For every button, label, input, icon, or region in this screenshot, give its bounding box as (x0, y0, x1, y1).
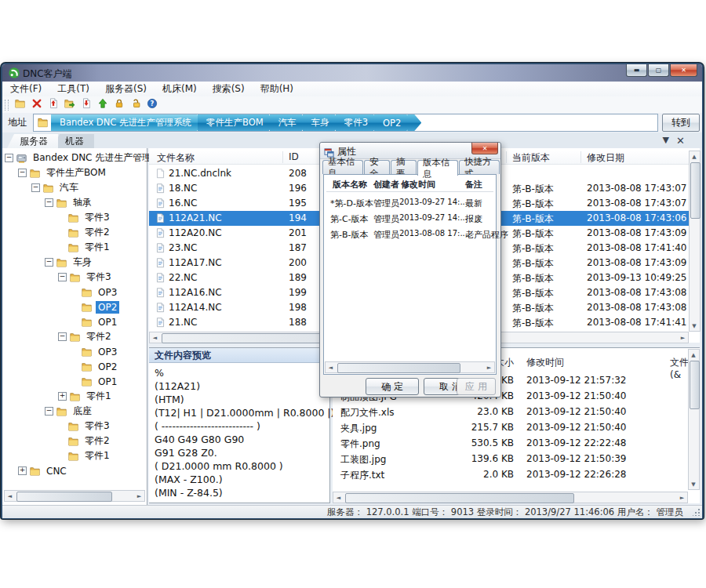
collapse-icon[interactable]: − (18, 169, 27, 177)
version-row-2[interactable]: 第-B-版本管理员2013-08-08 17:...老产品程序 (324, 227, 496, 242)
dialog-tab-4[interactable]: 快捷方式 (459, 160, 500, 174)
menu-item-1[interactable]: 工具(T) (49, 82, 97, 96)
toolbar-lock-button[interactable] (111, 98, 127, 112)
menu-item-5[interactable]: 帮助(H) (253, 82, 301, 96)
view-tab-0[interactable]: 服务器 (7, 134, 58, 148)
tree-node-车身-7[interactable]: −车身 (45, 255, 94, 270)
attachment-row-4[interactable]: 零件.png530.5 KB2013-09-12 22:22:48 (333, 436, 700, 452)
scroll-arrow-right[interactable]: ► (678, 332, 688, 343)
tree-horizontal-scrollbar[interactable]: ◄► (4, 490, 145, 502)
go-button[interactable]: 转到 (662, 114, 700, 132)
tree-node-零件3-18[interactable]: 零件3 (58, 419, 112, 434)
dialog-close-button[interactable]: ✕ (471, 143, 498, 154)
toolbar-download-file-button[interactable] (78, 98, 94, 112)
toolbar-grip[interactable] (5, 100, 9, 111)
collapse-icon[interactable]: − (45, 198, 53, 207)
col-id[interactable]: ID (289, 151, 299, 162)
scroll-arrow-up[interactable]: ▲ (690, 151, 699, 162)
dialog-tab-3[interactable]: 版本信息 (417, 160, 458, 176)
tree-node-轴承-3[interactable]: −轴承 (45, 195, 94, 210)
scroll-arrow-left[interactable]: ◄ (333, 492, 344, 503)
dcol-modified[interactable]: 修改时间 (401, 179, 435, 191)
toolbar-upload-file-button[interactable] (45, 98, 61, 112)
scroll-arrow-right[interactable]: ► (134, 491, 144, 501)
minimize-button[interactable]: ▬ (626, 64, 647, 77)
breadcrumb-segment-0[interactable]: Bandex DNC 先进生产管理系统 (51, 114, 204, 131)
preview-content[interactable]: %(112A21)(HTM)(T12| H1 | D21.0000mm | R0… (149, 363, 329, 499)
tree-node-OP3-9[interactable]: OP3 (71, 285, 119, 299)
scroll-arrow-up[interactable]: ▲ (689, 350, 698, 360)
scroll-arrow-left[interactable]: ◄ (5, 491, 15, 501)
scroll-arrow-left[interactable]: ◄ (326, 362, 336, 372)
dialog-horizontal-scrollbar[interactable]: ◄► (325, 361, 495, 373)
attachment-row-6[interactable]: 子程序.txt2.0 KB2013-09-12 22:26:28 (333, 467, 700, 483)
ok-button[interactable]: 确 定 (366, 378, 419, 395)
toolbar-unlock-button[interactable] (127, 98, 144, 112)
resize-grip[interactable] (693, 509, 700, 516)
tree-node-汽车-2[interactable]: −汽车 (31, 180, 81, 195)
toolbar-help-button[interactable]: ? (144, 98, 160, 112)
col-file-name[interactable]: 文件名称 (157, 151, 195, 165)
scroll-arrow-right[interactable]: ► (677, 492, 687, 503)
menu-item-2[interactable]: 服务器(S) (97, 82, 155, 96)
tree-node-零件3-8[interactable]: −零件3 (58, 270, 114, 285)
collapse-icon[interactable]: − (45, 407, 53, 416)
scroll-arrow-down[interactable]: ▼ (689, 479, 698, 489)
dcol-remark[interactable]: 备注 (465, 179, 482, 191)
tree-node-Bandex DNC 先进生产管理系统-0[interactable]: −Bandex DNC 先进生产管理系统 (5, 151, 173, 165)
scroll-thumb[interactable] (337, 363, 460, 373)
menu-item-4[interactable]: 搜索(S) (205, 82, 253, 96)
dialog-tab-2[interactable]: 摘要 (391, 160, 417, 174)
tree-node-OP1-11[interactable]: OP1 (71, 314, 119, 329)
tree-node-零件1-20[interactable]: 零件1 (58, 448, 112, 463)
scroll-arrow-right[interactable]: ► (484, 362, 494, 372)
close-button[interactable]: ✕ (670, 64, 697, 77)
dcol-creator[interactable]: 创建者 (373, 179, 399, 191)
tree-node-零件2-5[interactable]: 零件2 (58, 225, 112, 240)
tree-node-OP2-10[interactable]: OP2 (71, 299, 119, 314)
tree-node-OP1-15[interactable]: OP1 (71, 374, 119, 389)
dialog-tab-1[interactable]: 安全 (364, 160, 390, 174)
tab-dropdown-icon[interactable]: ▼ (663, 135, 669, 145)
toolbar-delete-button[interactable] (28, 98, 45, 112)
attachment-row-5[interactable]: 工装图.jpg139.6 KB2013-09-12 21:50:39 (333, 452, 700, 467)
dcol-version-name[interactable]: 版本名称 (333, 179, 367, 191)
attachment-row-3[interactable]: 夹具.jpg215.7 KB2013-09-12 21:50:40 (333, 420, 700, 436)
collapse-icon[interactable]: − (5, 154, 13, 162)
scroll-arrow-down[interactable]: ▼ (690, 321, 699, 331)
title-bar[interactable]: DNC客户端 ▬ ▢ ✕ (2, 64, 702, 82)
toolbar-upload-button[interactable] (94, 98, 111, 112)
tree-node-零件生产BOM-1[interactable]: −零件生产BOM (18, 165, 108, 180)
attachments-vertical-scrollbar[interactable]: ▲▼ (688, 349, 700, 490)
tree-node-OP3-13[interactable]: OP3 (71, 344, 119, 359)
address-field[interactable]: Bandex DNC 先进生产管理系统零件生产BOM汽车车身零件3OP2 (33, 114, 658, 132)
tree-node-底座-17[interactable]: −底座 (45, 404, 94, 419)
scroll-thumb[interactable] (16, 492, 112, 502)
scroll-thumb[interactable] (345, 493, 574, 503)
toolbar-new-folder-button[interactable] (12, 98, 28, 112)
tree-node-零件2-12[interactable]: −零件2 (58, 329, 114, 344)
tree-node-CNC-21[interactable]: +CNC (18, 463, 69, 478)
menu-item-0[interactable]: 文件(F) (2, 82, 49, 96)
maximize-button[interactable]: ▢ (648, 64, 669, 77)
tree-node-零件1-6[interactable]: 零件1 (58, 240, 112, 255)
tree-node-零件3-4[interactable]: 零件3 (58, 210, 112, 225)
version-row-1[interactable]: 第-C-版本管理员2013-09-27 14:...报废 (324, 211, 496, 227)
scroll-thumb[interactable] (690, 162, 701, 219)
breadcrumb-segment-1[interactable]: 零件生产BOM (198, 114, 276, 131)
tree-node-零件1-16[interactable]: +零件1 (58, 389, 114, 404)
collapse-icon[interactable]: − (58, 273, 67, 281)
col-time[interactable]: 修改时间 (526, 356, 564, 369)
toolbar-send-folder-button[interactable] (61, 98, 78, 112)
tree-node-OP2-14[interactable]: OP2 (71, 359, 119, 374)
tree-node-零件2-19[interactable]: 零件2 (58, 434, 112, 448)
dialog-tab-0[interactable]: 基本信息 (322, 160, 363, 174)
attachment-row-2[interactable]: 配刀文件.xls23.0 KB2013-09-12 21:50:40 (333, 405, 700, 420)
version-row-0[interactable]: *第-D-版本管理员2013-09-27 14:...最新 (324, 195, 496, 211)
collapse-icon[interactable]: − (45, 258, 53, 267)
collapse-icon[interactable]: − (58, 332, 67, 341)
scroll-arrow-left[interactable]: ◄ (150, 332, 160, 343)
expand-icon[interactable]: + (18, 466, 27, 475)
menu-item-3[interactable]: 机床(M) (155, 82, 205, 96)
breadcrumb-segment-4[interactable]: 零件3 (336, 114, 380, 131)
